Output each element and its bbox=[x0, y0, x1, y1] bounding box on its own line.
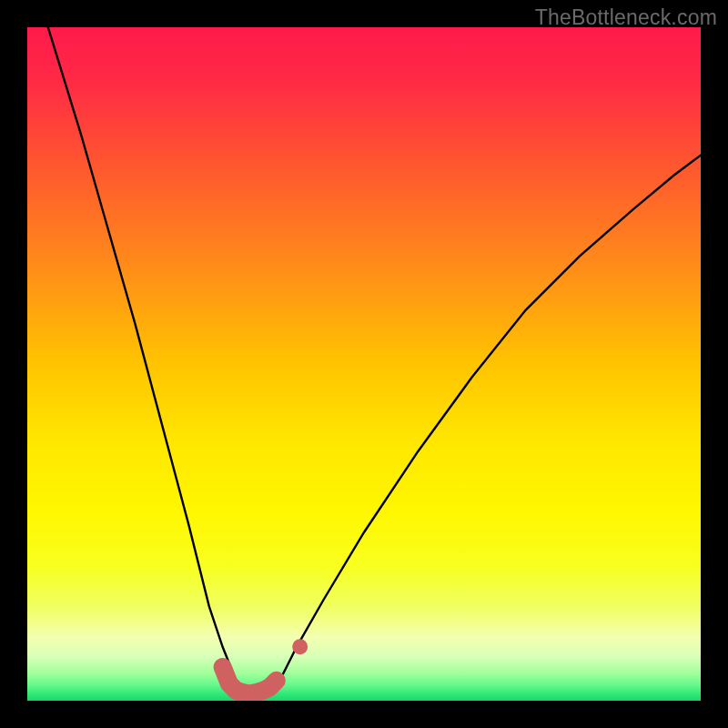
trough-dot bbox=[292, 639, 308, 654]
watermark-label: TheBottleneck.com bbox=[535, 5, 717, 30]
trough-highlight bbox=[223, 667, 277, 694]
plot-area bbox=[27, 27, 701, 701]
bottleneck-curve bbox=[27, 27, 701, 694]
curve-layer bbox=[27, 27, 701, 701]
outer-frame: TheBottleneck.com bbox=[0, 0, 728, 728]
